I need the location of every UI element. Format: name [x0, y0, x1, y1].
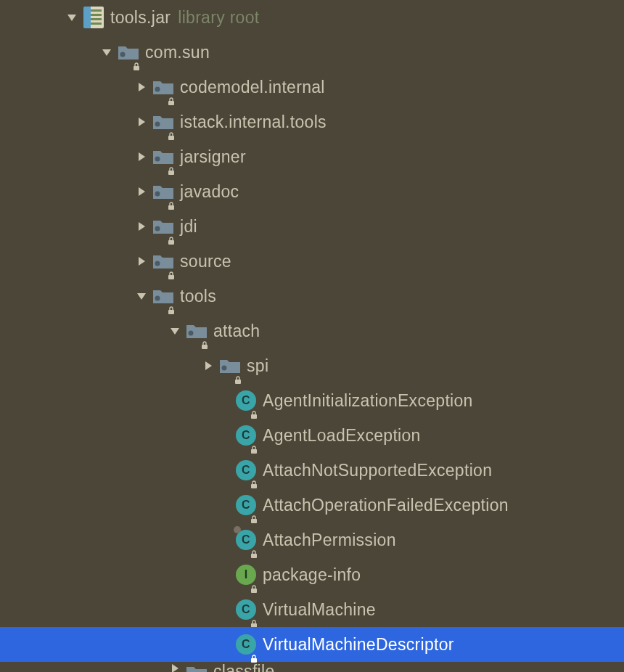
svg-point-17 [155, 226, 160, 231]
class-icon: C [235, 599, 257, 620]
tree-node-class[interactable]: C AttachPermission [0, 523, 624, 557]
tree-node-package[interactable]: jarsigner [0, 139, 624, 174]
tree-node-package[interactable]: spi [0, 348, 624, 383]
collapse-arrow-icon[interactable] [135, 81, 148, 94]
tree-node-package[interactable]: tools [0, 279, 624, 314]
node-suffix: library root [178, 8, 259, 28]
collapse-arrow-icon[interactable] [168, 662, 181, 672]
tree-node-class[interactable]: C AttachNotSupportedException [0, 453, 624, 488]
svg-point-11 [155, 157, 160, 162]
node-label: codemodel.internal [180, 78, 325, 97]
package-folder-icon [118, 41, 139, 63]
node-label: spi [247, 356, 268, 376]
class-icon: C [235, 634, 257, 655]
node-label: jarsigner [180, 147, 246, 167]
tree-node-package[interactable]: com.sun [0, 35, 624, 70]
tree-node-class[interactable]: C VirtualMachine [0, 592, 624, 627]
tree-node-package[interactable]: jdi [0, 209, 624, 244]
lock-icon [132, 56, 141, 65]
project-tree[interactable]: tools.jar library root com.sun codemodel… [0, 0, 624, 672]
svg-marker-10 [139, 152, 145, 161]
svg-point-8 [155, 122, 160, 127]
node-label: classfile [213, 662, 275, 672]
interface-icon: I [235, 564, 257, 586]
lock-icon [250, 404, 258, 413]
node-label: tools [180, 287, 216, 306]
tree-node-package[interactable]: javadoc [0, 174, 624, 209]
node-label: javadoc [180, 182, 239, 202]
svg-point-20 [155, 261, 160, 266]
lock-icon [167, 300, 176, 308]
svg-marker-19 [139, 257, 145, 266]
package-folder-icon [152, 146, 174, 168]
class-icon: C [235, 494, 257, 516]
svg-point-5 [155, 87, 160, 92]
tree-node-package[interactable]: istack.internal.tools [0, 105, 624, 139]
tree-node-interface[interactable]: I package-info [0, 557, 624, 592]
tree-node-jar[interactable]: tools.jar library root [0, 0, 624, 35]
expand-arrow-icon[interactable] [135, 290, 148, 303]
package-folder-icon [152, 181, 174, 202]
collapse-arrow-icon[interactable] [135, 255, 148, 268]
node-label: AgentInitializationException [263, 391, 473, 411]
package-folder-icon [186, 320, 208, 342]
class-icon: C [235, 459, 257, 481]
lock-icon [234, 369, 242, 378]
class-final-icon: C [235, 529, 257, 551]
svg-marker-4 [139, 83, 145, 91]
svg-marker-0 [67, 15, 76, 21]
tree-node-package[interactable]: source [0, 244, 624, 279]
node-label: AttachPermission [263, 530, 396, 550]
svg-point-29 [222, 366, 227, 371]
tree-node-class[interactable]: C AttachOperationFailedException [0, 488, 624, 523]
node-label: tools.jar [110, 8, 171, 28]
tree-node-package[interactable]: codemodel.internal [0, 70, 624, 105]
package-folder-icon [152, 250, 174, 272]
tree-node-class[interactable]: C AgentLoadException [0, 418, 624, 453]
package-folder-icon [152, 285, 174, 307]
tree-node-package[interactable]: attach [0, 314, 624, 348]
collapse-arrow-icon[interactable] [135, 220, 148, 233]
node-label: package-info [263, 565, 361, 585]
tree-node-class[interactable]: C AgentInitializationException [0, 383, 624, 418]
svg-point-23 [155, 296, 160, 301]
collapse-arrow-icon[interactable] [135, 185, 148, 198]
jar-file-icon [83, 7, 104, 28]
svg-point-2 [120, 52, 126, 57]
svg-marker-16 [139, 222, 145, 231]
lock-icon [167, 195, 176, 204]
lock-icon [250, 509, 258, 517]
lock-icon [167, 265, 176, 274]
tree-node-package[interactable]: classfile [0, 662, 624, 672]
class-icon: C [235, 390, 257, 411]
package-folder-icon [152, 76, 174, 98]
node-label: source [180, 252, 231, 271]
node-label: AttachOperationFailedException [263, 496, 509, 515]
svg-marker-39 [172, 664, 178, 672]
lock-icon [250, 474, 258, 483]
collapse-arrow-icon[interactable] [135, 115, 148, 128]
lock-icon [250, 648, 258, 657]
expand-arrow-icon[interactable] [65, 11, 78, 24]
collapse-arrow-icon[interactable] [135, 150, 148, 163]
svg-marker-28 [205, 361, 212, 370]
package-folder-icon [152, 216, 174, 237]
lock-icon [167, 126, 176, 134]
node-label: AttachNotSupportedException [263, 461, 492, 480]
svg-marker-22 [137, 293, 146, 300]
svg-point-14 [155, 192, 160, 197]
svg-marker-7 [139, 118, 145, 126]
expand-arrow-icon[interactable] [100, 46, 113, 59]
package-folder-icon [186, 662, 208, 672]
svg-marker-13 [139, 187, 145, 196]
lock-icon [250, 544, 258, 552]
svg-marker-1 [102, 49, 111, 56]
package-folder-icon [152, 111, 174, 133]
lock-icon [200, 335, 209, 343]
svg-marker-25 [171, 328, 179, 335]
lock-icon [167, 91, 176, 99]
expand-arrow-icon[interactable] [168, 324, 181, 337]
tree-node-class-selected[interactable]: C VirtualMachineDescriptor [0, 627, 624, 662]
collapse-arrow-icon[interactable] [202, 359, 215, 372]
node-label: AgentLoadException [263, 426, 421, 446]
